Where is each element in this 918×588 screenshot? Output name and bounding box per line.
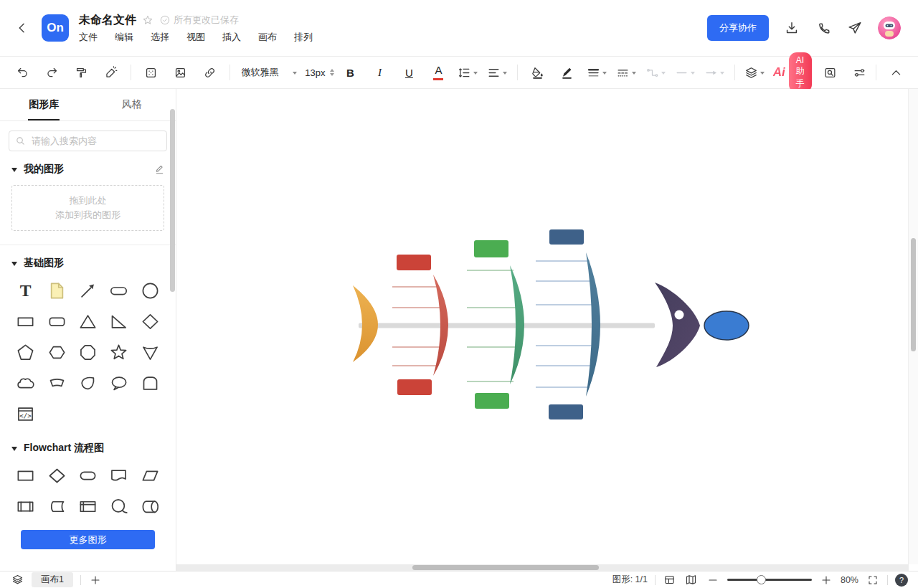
fishbone-result-ellipse[interactable] (704, 311, 749, 340)
ai-assistant-badge[interactable]: AI 助手 (789, 52, 812, 93)
basic-shapes-section-header[interactable]: 基础图形 (11, 257, 166, 270)
zoom-level[interactable]: 80% (841, 575, 858, 585)
font-color-button[interactable]: A (425, 62, 452, 83)
layers-button[interactable] (741, 62, 768, 83)
search-input[interactable] (30, 135, 161, 147)
shape-diamond[interactable] (139, 310, 161, 332)
collapse-triangle-icon[interactable] (11, 168, 17, 175)
shape-decision[interactable] (46, 465, 67, 486)
back-button[interactable] (13, 19, 32, 37)
map-icon[interactable] (684, 573, 699, 587)
flowchart-section-header[interactable]: Flowchart 流程图 (11, 442, 166, 455)
zoom-slider-handle[interactable] (757, 575, 766, 584)
underline-button[interactable]: U (395, 62, 422, 83)
document-title[interactable]: 未命名文件 (79, 13, 136, 28)
fishbone-spine[interactable] (359, 323, 655, 328)
pages-icon[interactable] (10, 573, 24, 587)
menu-arrange[interactable]: 排列 (294, 31, 313, 44)
shape-inverted-triangle[interactable] (139, 341, 161, 363)
shape-banner[interactable] (46, 372, 67, 394)
shape-octagon[interactable] (77, 341, 98, 363)
font-family-select[interactable]: 微软雅黑 (236, 62, 302, 83)
fishbone-head[interactable] (655, 283, 700, 367)
undo-button[interactable] (9, 62, 36, 83)
insert-link-button[interactable] (196, 62, 223, 83)
shape-star[interactable] (108, 341, 130, 363)
sidebar-scrollbar[interactable] (170, 109, 175, 292)
shape-parallelogram[interactable] (139, 465, 161, 486)
fishbone-diagram[interactable] (337, 209, 767, 439)
horizontal-scrollbar-thumb[interactable] (412, 565, 599, 570)
app-logo[interactable]: On (42, 14, 69, 42)
shape-stored-data[interactable] (46, 495, 67, 517)
shape-process[interactable] (15, 465, 37, 486)
shape-triangle[interactable] (77, 310, 98, 332)
line-width-button[interactable] (583, 62, 610, 83)
shape-rounded-rectangle[interactable] (46, 310, 67, 332)
line-height-button[interactable] (454, 62, 481, 83)
shape-internal-storage[interactable] (77, 495, 98, 517)
fill-color-button[interactable] (524, 62, 552, 83)
share-collaborate-button[interactable]: 分享协作 (707, 15, 769, 41)
download-icon[interactable] (783, 19, 800, 37)
menu-file[interactable]: 文件 (79, 31, 98, 44)
shape-speech-bubble[interactable] (108, 372, 130, 394)
layout-icon[interactable] (663, 573, 677, 587)
insert-image-button[interactable] (166, 62, 194, 83)
shape-terminator[interactable] (77, 465, 98, 486)
zoom-slider[interactable] (727, 575, 812, 585)
tab-style[interactable]: 风格 (88, 89, 176, 120)
shape-text[interactable]: T (15, 280, 37, 301)
adjust-button[interactable] (846, 62, 874, 83)
star-icon[interactable] (142, 14, 153, 26)
shape-code-block[interactable]: </> (15, 403, 37, 425)
shape-arrow[interactable] (77, 280, 98, 301)
fullscreen-icon[interactable] (866, 573, 880, 587)
italic-button[interactable]: I (366, 62, 393, 83)
ai-assistant-button[interactable]: Ai AI 助手 (773, 52, 812, 93)
background-button[interactable] (137, 62, 164, 83)
connector-style-button[interactable] (642, 62, 669, 83)
shape-document[interactable] (108, 465, 130, 486)
shape-rectangle[interactable] (15, 310, 37, 332)
redo-button[interactable] (38, 62, 65, 83)
menu-view[interactable]: 视图 (186, 31, 205, 44)
zoom-in-icon[interactable] (819, 573, 833, 587)
arrow-style-button[interactable] (701, 62, 728, 83)
drawing-canvas[interactable] (176, 89, 918, 571)
shape-search[interactable] (9, 131, 167, 151)
my-shapes-drop-zone[interactable]: 拖到此处 添加到我的图形 (11, 185, 164, 231)
shape-or-junction[interactable] (108, 495, 130, 517)
collapse-triangle-icon[interactable] (11, 447, 17, 454)
edit-shapes-icon[interactable] (153, 163, 166, 176)
zoom-out-icon[interactable] (706, 573, 720, 587)
line-type-button[interactable] (671, 62, 699, 83)
help-button[interactable]: ? (895, 574, 908, 587)
text-align-button[interactable] (483, 62, 511, 83)
shape-pentagon[interactable] (15, 341, 37, 363)
shape-hexagon[interactable] (46, 341, 67, 363)
shape-direct-data[interactable] (139, 495, 161, 517)
vertical-scrollbar-thumb[interactable] (911, 238, 916, 351)
shape-right-triangle[interactable] (108, 310, 130, 332)
shape-cloud[interactable] (15, 372, 37, 394)
add-canvas-button[interactable] (88, 573, 103, 587)
fishbone-tail[interactable] (353, 285, 378, 362)
collapse-toolbar-button[interactable] (882, 62, 909, 83)
tab-shape-library[interactable]: 图形库 (0, 89, 88, 120)
font-size-stepper[interactable]: 13px (304, 62, 334, 83)
bold-button[interactable]: B (336, 62, 364, 83)
shape-arch[interactable] (139, 372, 161, 394)
phone-icon[interactable] (815, 19, 832, 37)
menu-select[interactable]: 选择 (151, 31, 169, 44)
shape-pill[interactable] (108, 280, 130, 301)
line-style-button[interactable] (612, 62, 640, 83)
avatar[interactable] (878, 16, 901, 39)
menu-insert[interactable]: 插入 (222, 31, 241, 44)
shape-predefined-process[interactable] (15, 495, 37, 517)
my-shapes-section-header[interactable]: 我的图形 (11, 163, 166, 176)
more-shapes-button[interactable]: 更多图形 (21, 530, 155, 549)
menu-edit[interactable]: 编辑 (115, 31, 133, 44)
send-icon[interactable] (846, 19, 863, 37)
shape-note[interactable] (46, 280, 67, 301)
